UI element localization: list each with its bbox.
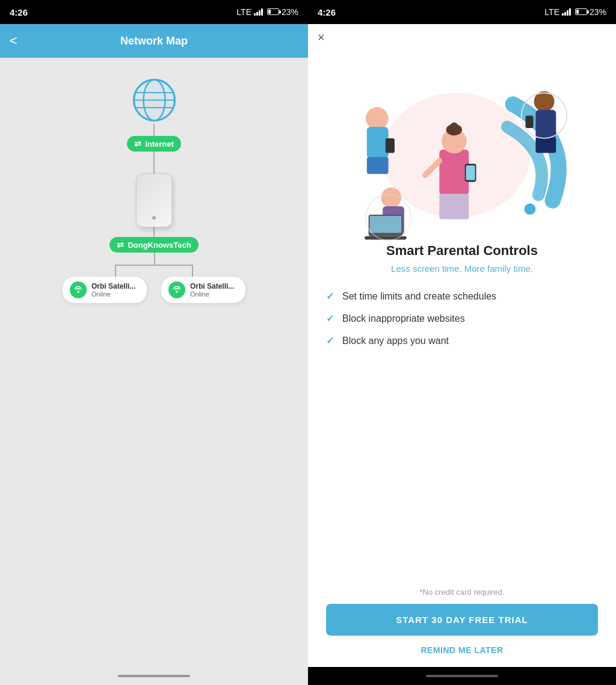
home-indicator-left bbox=[0, 667, 308, 685]
internet-label: Internet bbox=[145, 140, 174, 149]
connector-line-3 bbox=[153, 227, 155, 237]
internet-badge[interactable]: ⇄ Internet bbox=[127, 136, 181, 152]
home-bar-right bbox=[426, 675, 498, 677]
branch-lines bbox=[76, 253, 232, 277]
svg-point-18 bbox=[366, 107, 389, 130]
signal-bars-right bbox=[562, 8, 571, 16]
satellite-node-2[interactable]: Orbi Satelli... Online bbox=[161, 277, 245, 303]
carrier-left: LTE bbox=[236, 7, 251, 17]
satellite-icon-2 bbox=[168, 281, 185, 298]
back-button[interactable]: < bbox=[10, 33, 17, 49]
header-bar: < Network Map bbox=[0, 24, 308, 58]
status-bar-right: 4:26 LTE 23% bbox=[308, 0, 616, 24]
close-button[interactable]: × bbox=[318, 31, 325, 43]
svg-rect-30 bbox=[525, 115, 533, 128]
feature-item-3: ✓ Block any apps you want bbox=[326, 335, 598, 346]
svg-point-5 bbox=[134, 79, 174, 120]
router-label: DongKnowsTech bbox=[128, 241, 191, 250]
left-panel: 4:26 LTE 23% < Network Map bbox=[0, 0, 308, 685]
feature-item-2: ✓ Block inappropriate websites bbox=[326, 313, 598, 324]
check-icon-2: ✓ bbox=[326, 313, 334, 324]
satellite-info-2: Orbi Satelli... Online bbox=[190, 282, 234, 298]
feature-list: ✓ Set time limits and create schedules ✓… bbox=[326, 290, 598, 346]
svg-point-7 bbox=[176, 291, 177, 293]
svg-point-13 bbox=[450, 123, 458, 131]
satellite-node-1[interactable]: Orbi Satelli... Online bbox=[63, 277, 147, 303]
svg-rect-16 bbox=[466, 165, 475, 180]
branch-left bbox=[115, 265, 116, 277]
modal-subtitle: Less screen time. More family time. bbox=[391, 263, 533, 274]
satellite-name-1: Orbi Satelli... bbox=[91, 282, 135, 290]
network-map-area: ⇄ Internet ⇄ DongKnowsTech bbox=[0, 58, 308, 667]
satellite-icon-1 bbox=[70, 281, 87, 298]
signal-bars-left bbox=[254, 8, 263, 16]
svg-rect-25 bbox=[370, 216, 402, 233]
status-bar-left: 4:26 LTE 23% bbox=[0, 0, 308, 24]
remind-button[interactable]: REMIND ME LATER bbox=[418, 643, 505, 657]
globe-icon bbox=[130, 76, 178, 124]
router-badge[interactable]: ⇄ DongKnowsTech bbox=[109, 237, 198, 253]
svg-point-9 bbox=[525, 203, 536, 215]
status-right-left: LTE 23% bbox=[236, 7, 298, 17]
page-title: Network Map bbox=[10, 35, 298, 48]
home-bar-left bbox=[118, 675, 190, 677]
satellite-info-1: Orbi Satelli... Online bbox=[91, 282, 135, 298]
illustration bbox=[326, 51, 598, 243]
feature-text-2: Block inappropriate websites bbox=[342, 313, 465, 324]
check-icon-3: ✓ bbox=[326, 335, 334, 346]
connector-line-2 bbox=[153, 152, 155, 173]
no-cc-text: *No credit card required. bbox=[420, 588, 505, 597]
svg-rect-10 bbox=[439, 150, 469, 195]
right-panel: 4:26 LTE 23% × bbox=[308, 0, 616, 685]
feature-text-1: Set time limits and create schedules bbox=[342, 291, 496, 302]
home-indicator-right bbox=[308, 667, 616, 685]
svg-rect-20 bbox=[367, 157, 389, 174]
svg-rect-21 bbox=[386, 138, 395, 153]
battery-pct-left: 23% bbox=[282, 7, 298, 17]
time-left: 4:26 bbox=[10, 7, 28, 17]
branch-right bbox=[192, 265, 193, 277]
router-light bbox=[152, 216, 156, 220]
svg-point-6 bbox=[77, 291, 79, 293]
feature-text-3: Block any apps you want bbox=[342, 336, 449, 346]
status-right-right: LTE 23% bbox=[544, 7, 606, 17]
battery-right bbox=[573, 7, 587, 17]
satellite-status-1: Online bbox=[91, 290, 135, 298]
check-icon-1: ✓ bbox=[326, 290, 334, 302]
router-device[interactable] bbox=[136, 173, 172, 227]
battery-pct-right: 23% bbox=[590, 7, 606, 17]
svg-rect-29 bbox=[535, 137, 556, 153]
svg-rect-19 bbox=[367, 127, 389, 158]
feature-item-1: ✓ Set time limits and create schedules bbox=[326, 290, 598, 302]
svg-rect-14 bbox=[439, 194, 469, 219]
time-right: 4:26 bbox=[318, 7, 336, 17]
router-icon: ⇄ bbox=[117, 240, 124, 250]
connector-line-1 bbox=[153, 124, 155, 136]
modal-body: Smart Parental Controls Less screen time… bbox=[308, 51, 616, 578]
battery-left bbox=[265, 7, 279, 17]
carrier-right: LTE bbox=[544, 7, 559, 17]
trial-button[interactable]: START 30 DAY FREE TRIAL bbox=[326, 604, 598, 636]
modal-header: × bbox=[308, 24, 616, 51]
satellite-status-2: Online bbox=[190, 290, 234, 298]
svg-rect-28 bbox=[535, 110, 556, 138]
internet-icon: ⇄ bbox=[134, 139, 141, 149]
modal-footer: *No credit card required. START 30 DAY F… bbox=[308, 578, 616, 667]
modal-title: Smart Parental Controls bbox=[386, 243, 538, 259]
satellite-name-2: Orbi Satelli... bbox=[190, 282, 234, 290]
satellite-nodes: Orbi Satelli... Online Orbi Satelli... O… bbox=[63, 277, 245, 303]
